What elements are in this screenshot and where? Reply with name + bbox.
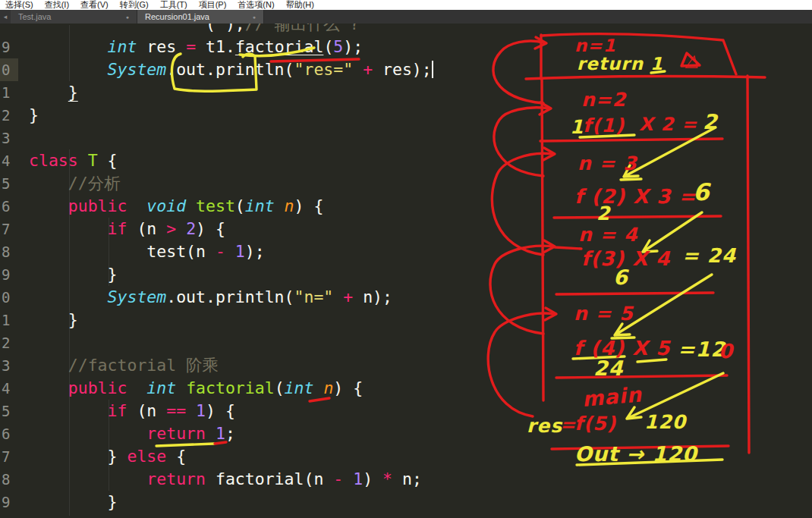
- code-text: int res = t1.factorial(5);: [29, 36, 363, 58]
- line-number: 8: [0, 468, 18, 491]
- code-text: ( );// 输出什么 ?: [29, 24, 360, 36]
- text-cursor: [432, 61, 433, 78]
- code-line: 2}: [0, 104, 812, 127]
- code-text: }: [29, 81, 78, 104]
- line-number: [0, 24, 18, 36]
- line-number: 5: [0, 172, 18, 195]
- code-text: public int factorial(int n) {: [29, 377, 363, 400]
- code-line: 4 public int factorial(int n) {: [0, 377, 812, 400]
- line-number: 8: [0, 240, 18, 263]
- code-text: test(n - 1);: [29, 240, 265, 263]
- tab-modified-dot[interactable]: ●: [126, 14, 129, 20]
- menu-item[interactable]: 首选项(N): [238, 0, 274, 10]
- line-number: 3: [0, 127, 18, 149]
- line-number: 4: [0, 149, 18, 172]
- code-line: 9 }: [0, 491, 812, 513]
- menu-item[interactable]: 工具(T): [160, 0, 187, 10]
- tab-label: Recursion01.java: [145, 12, 209, 21]
- code-line: 8 test(n - 1);: [0, 240, 812, 263]
- code-line: 6 return 1;: [0, 422, 812, 445]
- menu-bar: 选择(S)查找(I)查看(V)转到(G)工具(T)项目(P)首选项(N)帮助(H…: [0, 0, 812, 10]
- code-text: }: [29, 491, 118, 513]
- code-text: }: [29, 263, 118, 286]
- code-line: 3: [0, 127, 812, 149]
- menu-item[interactable]: 转到(G): [120, 0, 149, 10]
- line-number: 7: [0, 218, 18, 240]
- code-line: 1 }: [0, 81, 812, 104]
- code-line: 5 if (n == 1) {: [0, 400, 812, 422]
- code-line: 2: [0, 331, 812, 354]
- menu-item[interactable]: 帮助(H): [286, 0, 314, 10]
- line-number: 2: [0, 104, 18, 127]
- code-line: 4class T {: [0, 149, 812, 172]
- tab-modified-dot[interactable]: ●: [253, 14, 256, 20]
- tab-bar: ◂ Test.java●Recursion01.java●: [0, 10, 812, 24]
- line-number: 7: [0, 445, 18, 468]
- code-line: 8 return factorial(n - 1) * n;: [0, 468, 812, 491]
- code-line: 0 System.out.println("n=" + n);: [0, 286, 812, 309]
- code-line: 0 System.out.println("res=" + res);: [0, 58, 812, 81]
- line-number: 2: [0, 331, 18, 354]
- code-text: System.out.println("n=" + n);: [29, 286, 392, 309]
- code-text: } else {: [29, 445, 186, 468]
- code-line: 1 }: [0, 309, 812, 331]
- tab-list: Test.java●Recursion01.java●: [11, 10, 264, 24]
- tab-label: Test.java: [18, 12, 51, 21]
- line-number: 6: [0, 195, 18, 218]
- code-lines: ( );// 输出什么 ?9 int res = t1.factorial(5)…: [0, 24, 812, 513]
- code-text: //factorial 阶乘: [29, 354, 219, 377]
- line-number: 1: [0, 309, 18, 331]
- line-number: 0: [0, 286, 18, 309]
- code-text: public void test(int n) {: [29, 195, 323, 218]
- line-number: 9: [0, 263, 18, 286]
- code-text: System.out.println("res=" + res);: [29, 58, 433, 81]
- code-text: }: [29, 104, 39, 127]
- ide-window: 选择(S)查找(I)查看(V)转到(G)工具(T)项目(P)首选项(N)帮助(H…: [0, 0, 812, 518]
- code-text: //分析: [29, 172, 121, 195]
- code-editor[interactable]: ( );// 输出什么 ?9 int res = t1.factorial(5)…: [0, 24, 812, 518]
- line-number: 4: [0, 377, 18, 400]
- code-line: 9 int res = t1.factorial(5);: [0, 36, 812, 58]
- code-line: ( );// 输出什么 ?: [0, 24, 812, 36]
- tab-Recursion01.java[interactable]: Recursion01.java●: [137, 10, 264, 24]
- tab-Test.java[interactable]: Test.java●: [11, 10, 137, 24]
- menu-item[interactable]: 选择(S): [5, 0, 33, 10]
- code-text: return 1;: [29, 422, 235, 445]
- menu-item[interactable]: 项目(P): [199, 0, 227, 10]
- menu-item[interactable]: 查找(I): [45, 0, 69, 10]
- line-number: 1: [0, 81, 18, 104]
- code-text: class T {: [29, 149, 118, 172]
- code-line: 3 //factorial 阶乘: [0, 354, 812, 377]
- code-text: if (n == 1) {: [29, 400, 235, 422]
- line-number: 0: [0, 58, 18, 81]
- line-number: 3: [0, 354, 18, 377]
- code-line: 5 //分析: [0, 172, 812, 195]
- line-number: 6: [0, 422, 18, 445]
- tab-scroll-icon[interactable]: ◂: [0, 10, 11, 24]
- code-text: if (n > 2) {: [29, 218, 225, 240]
- line-number: 5: [0, 400, 18, 422]
- code-line: 9 }: [0, 263, 812, 286]
- menu-item[interactable]: 查看(V): [80, 0, 109, 10]
- line-number: 9: [0, 36, 18, 58]
- code-text: return factorial(n - 1) * n;: [29, 468, 422, 491]
- line-number: 9: [0, 491, 18, 513]
- code-line: 7 if (n > 2) {: [0, 218, 812, 240]
- code-line: 7 } else {: [0, 445, 812, 468]
- code-text: }: [29, 309, 78, 331]
- code-line: 6 public void test(int n) {: [0, 195, 812, 218]
